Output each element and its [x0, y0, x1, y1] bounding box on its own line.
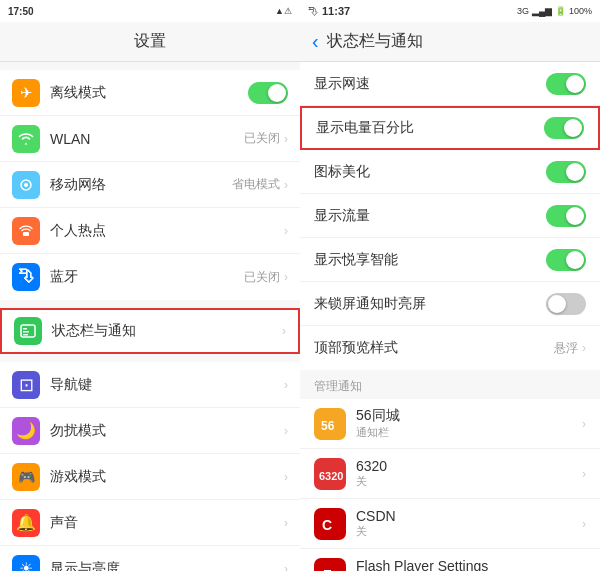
notif-icon-56: 56 — [314, 408, 346, 440]
notif-flash-info: Flash Player Settings 关 — [356, 558, 582, 571]
lock-screen-label: 来锁屏通知时亮屏 — [314, 295, 546, 313]
game-item[interactable]: 🎮 游戏模式 › — [0, 454, 300, 500]
svg-rect-5 — [23, 331, 29, 333]
cellular-value: 省电模式 — [232, 176, 280, 193]
display-icon: ☀ — [12, 555, 40, 572]
dnd-icon: 🌙 — [12, 417, 40, 445]
svg-text:F: F — [323, 567, 332, 572]
notif-56-name: 56同城 — [356, 407, 582, 425]
back-button[interactable]: ‹ — [312, 30, 319, 53]
notif-icon-csdn: C — [314, 508, 346, 540]
left-header: 设置 — [0, 22, 300, 62]
statusbar-section: 状态栏与通知 › — [0, 308, 300, 354]
svg-text:6320: 6320 — [319, 470, 343, 482]
bluetooth-icon: ⮷ — [12, 263, 40, 291]
left-time: 17:50 — [8, 6, 34, 17]
top-preview-label: 顶部预览样式 — [314, 339, 554, 357]
statusbar-arrow: › — [282, 324, 286, 338]
dnd-label: 勿扰模式 — [50, 422, 284, 440]
signal-icon: 3G — [517, 6, 529, 16]
show-yixiang-toggle[interactable] — [546, 249, 586, 271]
wlan-value: 已关闭 — [244, 130, 280, 147]
show-speed-item[interactable]: 显示网速 — [300, 62, 600, 106]
settings-list[interactable]: ✈ 离线模式 WLAN 已关闭 › — [0, 62, 300, 571]
wlan-item[interactable]: WLAN 已关闭 › — [0, 116, 300, 162]
statusbar-item[interactable]: 状态栏与通知 › — [0, 308, 300, 354]
airplane-label: 离线模式 — [50, 84, 248, 102]
nav-label: 导航键 — [50, 376, 284, 394]
right-time: 11:37 — [322, 5, 350, 17]
right-status-left: ⮷ 11:37 — [308, 5, 350, 17]
nav-arrow: › — [284, 378, 288, 392]
sound-icon: 🔔 — [12, 509, 40, 537]
show-speed-toggle[interactable] — [546, 73, 586, 95]
left-panel: 17:50 ▲⚠ 设置 ✈ 离线模式 — [0, 0, 300, 571]
notif-56-status: 通知栏 — [356, 425, 582, 440]
wlan-label: WLAN — [50, 131, 244, 147]
show-flow-item[interactable]: 显示流量 — [300, 194, 600, 238]
notif-56tongcheng[interactable]: 56 56同城 通知栏 › — [300, 399, 600, 449]
right-title: 状态栏与通知 — [327, 31, 423, 52]
show-flow-toggle[interactable] — [546, 205, 586, 227]
cellular-item[interactable]: 移动网络 省电模式 › — [0, 162, 300, 208]
notif-flash[interactable]: F Flash Player Settings 关 › — [300, 549, 600, 571]
notif-6320[interactable]: 6320 6320 关 › — [300, 449, 600, 499]
statusbar-label: 状态栏与通知 — [52, 322, 282, 340]
game-icon: 🎮 — [12, 463, 40, 491]
bluetooth-value: 已关闭 — [244, 269, 280, 286]
dnd-arrow: › — [284, 424, 288, 438]
bluetooth-label: 蓝牙 — [50, 268, 244, 286]
notif-csdn-status: 关 — [356, 524, 582, 539]
lock-screen-toggle[interactable] — [546, 293, 586, 315]
hotspot-arrow: › — [284, 224, 288, 238]
display-arrow: › — [284, 562, 288, 572]
dnd-item[interactable]: 🌙 勿扰模式 › — [0, 408, 300, 454]
show-yixiang-label: 显示悦享智能 — [314, 251, 546, 269]
hotspot-item[interactable]: 个人热点 › — [0, 208, 300, 254]
status-settings-section: 显示网速 显示电量百分比 图标美化 显示流量 显示悦享智能 来锁屏通知时亮屏 — [300, 62, 600, 370]
wifi-status-icon: ▂▄▆ — [532, 6, 552, 16]
bluetooth-item[interactable]: ⮷ 蓝牙 已关闭 › — [0, 254, 300, 300]
notif-icon-6320: 6320 — [314, 458, 346, 490]
top-preview-item[interactable]: 顶部预览样式 悬浮 › — [300, 326, 600, 370]
right-status-bar: ⮷ 11:37 3G ▂▄▆ 🔋 100% — [300, 0, 600, 22]
right-list[interactable]: 显示网速 显示电量百分比 图标美化 显示流量 显示悦享智能 来锁屏通知时亮屏 — [300, 62, 600, 571]
wifi-icon — [12, 125, 40, 153]
bluetooth-arrow: › — [284, 270, 288, 284]
right-status-right: 3G ▂▄▆ 🔋 100% — [517, 6, 592, 16]
notif-csdn-arrow: › — [582, 517, 586, 531]
left-status-bar: 17:50 ▲⚠ — [0, 0, 300, 22]
airplane-item[interactable]: ✈ 离线模式 — [0, 70, 300, 116]
bluetooth-status-icon: ⮷ — [308, 6, 318, 17]
right-header: ‹ 状态栏与通知 — [300, 22, 600, 62]
svg-rect-2 — [23, 232, 29, 236]
notif-6320-arrow: › — [582, 467, 586, 481]
top-preview-value: 悬浮 — [554, 340, 578, 357]
notif-flash-arrow: › — [582, 567, 586, 572]
hotspot-label: 个人热点 — [50, 222, 284, 240]
show-yixiang-item[interactable]: 显示悦享智能 — [300, 238, 600, 282]
sound-item[interactable]: 🔔 声音 › — [0, 500, 300, 546]
right-panel: ⮷ 11:37 3G ▂▄▆ 🔋 100% ‹ 状态栏与通知 显示网速 显示电量… — [300, 0, 600, 571]
other-section: ⊡ 导航键 › 🌙 勿扰模式 › 🎮 游戏模式 › 🔔 声音 › ☀ 显示 — [0, 362, 300, 571]
network-section: ✈ 离线模式 WLAN 已关闭 › — [0, 70, 300, 300]
notifications-section: 56 56同城 通知栏 › 6320 6320 关 — [300, 399, 600, 571]
show-battery-toggle[interactable] — [544, 117, 584, 139]
cellular-arrow: › — [284, 178, 288, 192]
svg-text:C: C — [322, 517, 332, 533]
icon-beauty-toggle[interactable] — [546, 161, 586, 183]
icon-beauty-item[interactable]: 图标美化 — [300, 150, 600, 194]
notif-6320-status: 关 — [356, 474, 582, 489]
notif-csdn[interactable]: C CSDN 关 › — [300, 499, 600, 549]
nav-item[interactable]: ⊡ 导航键 › — [0, 362, 300, 408]
show-battery-item[interactable]: 显示电量百分比 — [300, 106, 600, 150]
show-battery-label: 显示电量百分比 — [316, 119, 544, 137]
svg-point-1 — [24, 183, 28, 187]
statusbar-icon — [14, 317, 42, 345]
display-item[interactable]: ☀ 显示与亮度 › — [0, 546, 300, 571]
lock-screen-item[interactable]: 来锁屏通知时亮屏 — [300, 282, 600, 326]
cellular-label: 移动网络 — [50, 176, 232, 194]
wlan-arrow: › — [284, 132, 288, 146]
airplane-toggle[interactable] — [248, 82, 288, 104]
nav-icon: ⊡ — [12, 371, 40, 399]
